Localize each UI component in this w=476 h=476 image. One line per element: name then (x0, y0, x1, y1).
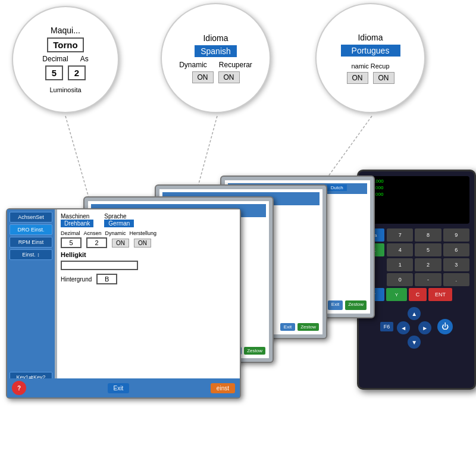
screen3-zestaw-btn[interactable]: Zestow (298, 323, 319, 331)
popup-circle-1: Maqui... Torno Decimal As 5 2 Luminosita (12, 6, 119, 113)
screen1-sprache-label: Sprache (104, 213, 134, 220)
screen4-zestaw-btn[interactable]: Zestow (345, 300, 367, 310)
circle1-label3: Luminosita (42, 86, 88, 93)
circle2-row-label1: Dynamic (179, 61, 207, 69)
sidebar-btn-rpm[interactable]: RPM Einst (10, 237, 52, 248)
screen1-bottom-bar: ? Exit einst (7, 378, 240, 397)
circle3-btn2[interactable]: ON (373, 72, 394, 84)
screen1-maschinen-label: Maschinen (61, 213, 93, 220)
screen1-german-value: German (104, 220, 134, 227)
screen1-main-content: Maschinen Drehbank Sprache German Dezima… (57, 209, 240, 397)
screen1-acnsen-label: Acnsen (84, 230, 102, 236)
circle1-value2: 2 (68, 65, 86, 80)
circle1-label2: As (80, 55, 89, 63)
popup-circle-3: Idioma Portugues namic Recup ON ON (315, 3, 425, 113)
circle2-selected: Spanish (195, 45, 237, 57)
screen1-brightness-bar[interactable] (61, 261, 138, 270)
num-btn-9[interactable]: 9 (443, 228, 469, 242)
circle2-btn2[interactable]: ON (218, 71, 240, 83)
num-btn-7[interactable]: 7 (387, 228, 413, 242)
enter-btn[interactable]: ENT (428, 288, 452, 301)
keypad-y-row: Y Y C ENT (364, 288, 469, 301)
num-btn-dot[interactable]: . (443, 273, 469, 286)
circle2-btn1[interactable]: ON (192, 71, 214, 83)
nav-down-btn[interactable]: ▼ (408, 336, 421, 349)
screen1-exit-btn[interactable]: Exit (108, 383, 130, 393)
popup-circle-2: Idioma Spanish Dynamic Recuperar ON ON (161, 3, 271, 113)
circle1-title: Maqui... (42, 26, 88, 35)
screen1-hintergrund-label: Hintergrund (61, 276, 92, 283)
circle1-value1: 5 (45, 65, 63, 80)
power-btn[interactable]: ⏻ (437, 319, 453, 334)
screen1-einst-btn[interactable]: einst (211, 383, 235, 393)
screen1: AchsenSet DRO Einst. RPM Einst Einst. ↕ … (6, 208, 241, 399)
num-btn-8[interactable]: 8 (415, 228, 441, 242)
screen1-on-btn1[interactable]: ON (112, 239, 129, 248)
sidebar-btn-dro-einst[interactable]: DRO Einst. (10, 224, 52, 235)
screen1-on-btn2[interactable]: ON (134, 239, 151, 248)
screen1-help-btn[interactable]: ? (12, 381, 26, 395)
f6-btn[interactable]: F6 (380, 322, 394, 331)
num-btn-1[interactable]: 1 (387, 258, 413, 271)
circle1-subtitle: Torno (47, 37, 83, 52)
screen1-sidebar: AchsenSet DRO Einst. RPM Einst Einst. ↕ … (7, 209, 55, 397)
screen2-zestaw-btn[interactable]: Zestow (244, 347, 265, 355)
screen3-exit-btn[interactable]: Exit (280, 323, 295, 331)
keypad-body: Xa X 7 8 9 4 5 6 1 2 3 0 - . (364, 228, 469, 286)
screen1-input1[interactable]: 5 (61, 237, 82, 248)
nav-left-btn[interactable]: ◄ (397, 321, 410, 334)
screen1-bg-value[interactable]: B (96, 274, 117, 284)
num-grid: 7 8 9 4 5 6 1 2 3 0 - . (387, 228, 469, 286)
screen1-herstellung-label: Herstellung (130, 230, 157, 236)
screen1-input2[interactable]: 2 (86, 237, 107, 248)
sidebar-btn-einst[interactable]: Einst. ↕ (10, 249, 52, 260)
num-btn-3[interactable]: 3 (443, 258, 469, 271)
circle3-row-label1: namic Recup (341, 62, 400, 70)
num-btn-5[interactable]: 5 (415, 243, 441, 256)
circle3-selected: Portugues (341, 45, 400, 57)
keypad-screen: X: 0.000 Y: 0.000 Z: 0.000 (364, 176, 469, 224)
nav-cluster: ▲ ◄ ► ▼ (397, 307, 431, 349)
num-btn-6[interactable]: 6 (443, 243, 469, 256)
circle2-title: Idioma (179, 33, 252, 43)
sidebar-btn-achsenset[interactable]: AchsenSet (10, 212, 52, 223)
c-btn[interactable]: C (409, 288, 427, 301)
y-axis-btn2[interactable]: Y (386, 288, 407, 301)
circle2-row-label2: Recuperar (219, 61, 252, 69)
circle3-btn1[interactable]: ON (347, 72, 368, 84)
nav-up-btn[interactable]: ▲ (408, 307, 421, 320)
circle3-title: Idioma (341, 33, 400, 42)
screen1-dynamic-label: Dynamic (105, 230, 126, 236)
nav-right-btn[interactable]: ► (418, 321, 431, 334)
keypad: X: 0.000 Y: 0.000 Z: 0.000 Xa X 7 8 9 4 … (357, 170, 476, 390)
circle1-label1: Decimal (42, 55, 68, 63)
screen4-exit-btn[interactable]: Exit (328, 300, 343, 310)
screen1-dezimal-label: Dezimal (61, 230, 80, 236)
num-btn-2[interactable]: 2 (415, 258, 441, 271)
num-btn-0[interactable]: 0 (387, 273, 413, 286)
num-btn-minus[interactable]: - (415, 273, 441, 286)
screen4-value2: Dutch (327, 184, 347, 191)
screen1-drehbank-value: Drehbank (61, 220, 93, 227)
screen1-helligkit-label: Helligkit (61, 251, 236, 258)
num-btn-4[interactable]: 4 (387, 243, 413, 256)
